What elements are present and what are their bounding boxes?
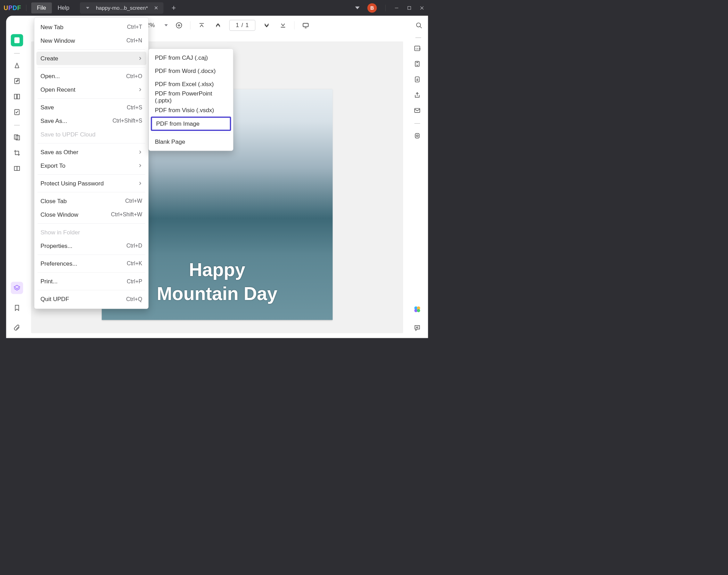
comment-button[interactable] (411, 322, 423, 334)
window-maximize-icon[interactable] (407, 6, 412, 10)
reader-tool[interactable] (11, 34, 23, 46)
right-tool-rail: OCR — (408, 42, 426, 142)
rail-separator: — (14, 122, 20, 128)
attachment-button[interactable] (11, 322, 23, 334)
highlight-tool[interactable] (11, 59, 23, 72)
batch-button[interactable] (411, 130, 423, 142)
chevron-right-icon (138, 180, 142, 186)
ocr-button[interactable]: OCR (411, 42, 423, 55)
layers-button[interactable] (11, 282, 23, 294)
svg-rect-26 (17, 166, 19, 170)
create-pdf-from-caj[interactable]: PDF from CAJ (.caj) (149, 51, 233, 65)
zoom-in-button[interactable] (174, 20, 184, 30)
organize-tool[interactable] (11, 131, 23, 143)
chevron-right-icon (138, 149, 142, 155)
create-pdf-from-powerpoint[interactable]: PDF from PowerPoint (.pptx) (149, 90, 233, 103)
file-menu-protect[interactable]: Protect Using Password (34, 177, 148, 190)
rail-collapse-icon[interactable]: — (415, 34, 421, 41)
file-menu-export-to[interactable]: Export To (34, 159, 148, 172)
chevron-right-icon (138, 162, 142, 169)
file-menu-save-other[interactable]: Save as Other (34, 145, 148, 159)
rail-collapse-icon[interactable]: — (14, 50, 20, 56)
updf-ai-button[interactable] (414, 306, 421, 314)
title-bar: UPDF File Help happy-mo...b_screen* ✕ + … (0, 0, 428, 16)
app-logo: UPDF (4, 5, 21, 11)
tab-title: happy-mo...b_screen* (96, 5, 148, 11)
convert-button[interactable] (411, 58, 423, 70)
svg-rect-21 (17, 94, 20, 99)
svg-rect-19 (15, 78, 19, 84)
create-pdf-from-visio[interactable]: PDF from Visio (.vsdx) (149, 103, 233, 117)
email-button[interactable] (411, 104, 423, 116)
chevron-right-icon (138, 86, 142, 93)
file-menu-create[interactable]: Create (36, 52, 146, 65)
divider (385, 5, 386, 11)
menu-help[interactable]: Help (52, 2, 75, 14)
presentation-button[interactable] (301, 20, 311, 30)
compare-tool[interactable] (11, 162, 23, 174)
create-pdf-from-excel[interactable]: PDF from Excel (.xlsx) (149, 77, 233, 91)
file-menu-new-window[interactable]: New WindowCtrl+N (34, 34, 148, 48)
svg-rect-25 (14, 166, 17, 170)
menu-separator (38, 272, 145, 273)
document-tab[interactable]: happy-mo...b_screen* ✕ (80, 2, 163, 14)
file-menu-save[interactable]: SaveCtrl+S (34, 101, 148, 114)
next-page-button[interactable] (261, 20, 271, 30)
window-minimize-icon[interactable] (394, 6, 399, 10)
edit-tool[interactable] (11, 75, 23, 87)
page-sep: / (242, 22, 243, 29)
file-menu-new-tab[interactable]: New TabCtrl+T (34, 20, 148, 34)
first-page-button[interactable] (196, 20, 206, 30)
file-menu-close-window[interactable]: Close WindowCtrl+Shift+W (34, 208, 148, 222)
create-pdf-from-image[interactable]: PDF from Image (151, 117, 231, 131)
file-menu-quit[interactable]: Quit UPDFCtrl+Q (34, 292, 148, 306)
prev-page-button[interactable] (213, 20, 223, 30)
window-menu-caret-icon[interactable] (355, 7, 360, 9)
share-button[interactable] (411, 89, 423, 101)
page-total: 1 (245, 22, 248, 29)
menu-separator (38, 49, 145, 50)
crop-tool[interactable] (11, 147, 23, 159)
menu-separator (38, 67, 145, 67)
left-tool-rail: — — (8, 34, 26, 175)
file-menu-open[interactable]: Open...Ctrl+O (34, 69, 148, 83)
create-blank-page[interactable]: Blank Page (149, 135, 233, 148)
file-menu-close-tab[interactable]: Close TabCtrl+W (34, 194, 148, 208)
rail-separator: — (414, 120, 420, 126)
file-menu-save-cloud: Save to UPDF Cloud (34, 128, 148, 141)
page-view-tool[interactable] (11, 90, 23, 102)
bookmark-button[interactable] (11, 302, 23, 314)
window-close-icon[interactable] (419, 6, 424, 10)
file-menu-properties[interactable]: Properties...Ctrl+D (34, 239, 148, 253)
form-tool[interactable] (11, 106, 23, 118)
tab-close-icon[interactable]: ✕ (153, 5, 160, 11)
file-menu-preferences[interactable]: Preferences...Ctrl+K (34, 257, 148, 270)
last-page-button[interactable] (278, 20, 288, 30)
page-indicator[interactable]: 1 / 1 (229, 20, 255, 31)
menu-separator (38, 98, 145, 99)
svg-rect-1 (408, 6, 411, 9)
menu-separator (38, 192, 145, 192)
menu-separator (38, 174, 145, 175)
file-menu-save-as[interactable]: Save As...Ctrl+Shift+S (34, 114, 148, 128)
create-submenu: PDF from CAJ (.caj) PDF from Word (.docx… (148, 49, 233, 151)
menu-file[interactable]: File (31, 2, 52, 14)
file-menu-show-folder: Show in Folder (34, 226, 148, 239)
save-cloud-button[interactable] (411, 73, 423, 85)
file-menu-open-recent[interactable]: Open Recent (34, 83, 148, 97)
file-menu: New TabCtrl+T New WindowCtrl+N Create Op… (34, 17, 148, 309)
svg-rect-20 (14, 94, 17, 99)
svg-point-40 (417, 309, 420, 312)
separator (190, 21, 190, 30)
menu-separator (38, 143, 145, 143)
user-avatar[interactable]: B (367, 3, 377, 12)
zoom-dropdown-icon[interactable] (164, 24, 167, 26)
chevron-right-icon (138, 55, 142, 61)
new-tab-button[interactable]: + (172, 3, 176, 12)
create-pdf-from-word[interactable]: PDF from Word (.docx) (149, 64, 233, 77)
tab-dropdown-icon[interactable] (86, 7, 89, 9)
menu-separator (38, 290, 145, 291)
separator (294, 21, 294, 30)
file-menu-print[interactable]: Print...Ctrl+P (34, 275, 148, 288)
search-button[interactable] (414, 20, 425, 31)
